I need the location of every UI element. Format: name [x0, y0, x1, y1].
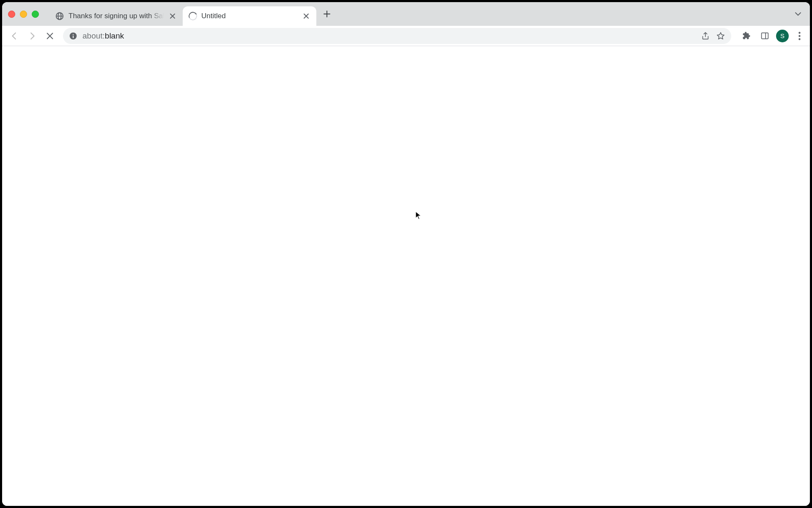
profile-initial: S [780, 32, 785, 39]
back-button[interactable] [6, 28, 22, 44]
tab-inactive[interactable]: Thanks for signing up with Salesforce [49, 6, 183, 26]
svg-point-3 [798, 38, 800, 40]
tab-title: Thanks for signing up with Salesforce [69, 12, 164, 20]
address-bar[interactable]: about:blank [63, 28, 731, 44]
svg-rect-0 [761, 33, 768, 39]
svg-point-2 [798, 35, 800, 36]
toolbar: about:blank S [2, 26, 810, 46]
tab-bar: Thanks for signing up with Salesforce Un… [2, 2, 810, 26]
tab-title: Untitled [201, 12, 298, 20]
url-text: about:blank [82, 31, 696, 41]
window-minimize-button[interactable] [20, 11, 27, 18]
tab-list-dropdown[interactable] [791, 7, 805, 21]
site-info-icon[interactable] [69, 32, 77, 40]
new-tab-button[interactable] [319, 6, 335, 22]
bookmark-star-icon[interactable] [716, 31, 725, 41]
toolbar-right: S [736, 29, 806, 43]
window-maximize-button[interactable] [32, 11, 39, 18]
svg-point-1 [798, 32, 800, 33]
window-controls [8, 11, 39, 18]
browser-window: Thanks for signing up with Salesforce Un… [2, 2, 810, 506]
tab-close-button[interactable] [168, 12, 177, 20]
omnibox-actions [701, 31, 725, 41]
loading-spinner-icon [187, 11, 198, 22]
tab-close-button[interactable] [302, 12, 310, 20]
mouse-cursor-icon [415, 211, 421, 220]
tabs-container: Thanks for signing up with Salesforce Un… [49, 2, 316, 26]
page-viewport [2, 46, 810, 506]
browser-menu-button[interactable] [793, 29, 806, 43]
share-icon[interactable] [701, 31, 710, 41]
tabbar-right [791, 7, 805, 21]
window-close-button[interactable] [8, 11, 15, 18]
side-panel-icon[interactable] [757, 29, 772, 43]
globe-icon [55, 11, 64, 21]
url-scheme: about: [82, 31, 105, 41]
extensions-icon[interactable] [739, 29, 753, 43]
tab-active[interactable]: Untitled [183, 6, 316, 26]
url-path: blank [105, 31, 124, 41]
stop-reload-button[interactable] [42, 28, 58, 44]
forward-button[interactable] [24, 28, 40, 44]
profile-avatar[interactable]: S [776, 30, 789, 42]
